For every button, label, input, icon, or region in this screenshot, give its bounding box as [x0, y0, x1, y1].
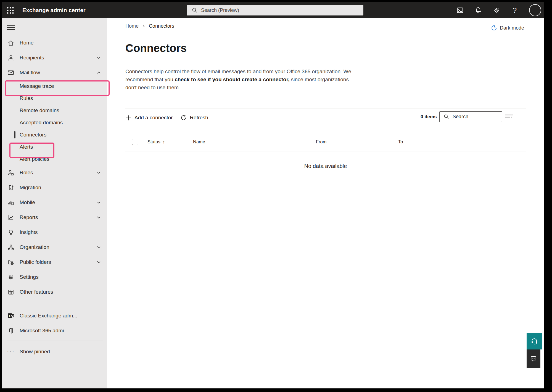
powershell-button[interactable] [456, 6, 464, 14]
sidebar-item-rules[interactable]: Rules [2, 92, 107, 104]
feedback-button[interactable] [527, 349, 540, 368]
sidebar-item-mail-flow[interactable]: Mail flow [2, 65, 107, 80]
search-icon [443, 114, 449, 120]
sidebar-item-label: Insights [20, 229, 38, 235]
sidebar-item-classic-exchange-admin[interactable]: E Classic Exchange adm... [2, 308, 107, 323]
sidebar-item-label: Recipients [20, 55, 44, 61]
breadcrumb-current: Connectors [149, 23, 174, 29]
list-search-box[interactable] [439, 111, 502, 122]
sidebar-item-message-trace[interactable]: Message trace [2, 80, 107, 92]
sidebar-item-public-folders[interactable]: Public folders [2, 255, 107, 270]
refresh-icon [180, 114, 187, 121]
sidebar-item-reports[interactable]: Reports [2, 210, 107, 225]
sidebar-item-other-features[interactable]: Other features [2, 285, 107, 299]
list-search-input[interactable] [453, 114, 494, 120]
chevron-up-icon [96, 70, 101, 75]
table-header-divider [125, 151, 526, 151]
sidebar-item-remote-domains[interactable]: Remote domains [2, 104, 107, 117]
line-chart-icon [7, 214, 14, 221]
help-support-button[interactable] [527, 333, 542, 349]
moon-icon [491, 25, 497, 31]
sidebar-item-home[interactable]: Home [2, 35, 107, 50]
ellipsis-icon: ··· [7, 348, 14, 355]
breadcrumb-home-link[interactable]: Home [125, 23, 139, 29]
sidebar-item-connectors[interactable]: Connectors [2, 129, 107, 141]
sidebar-item-migration[interactable]: Migration [2, 180, 107, 195]
sidebar-divider [7, 341, 103, 341]
app-launcher-button[interactable] [4, 4, 16, 16]
topbar-icon-group: ? [456, 2, 541, 18]
column-label: From [316, 139, 327, 144]
gear-icon [493, 7, 500, 14]
sidebar-item-mobile[interactable]: Mobile [2, 195, 107, 210]
sort-ascending-icon: ↑ [163, 140, 165, 144]
global-search-input[interactable] [201, 7, 350, 13]
notifications-button[interactable] [474, 6, 482, 14]
home-icon [7, 39, 14, 46]
column-label: Name [193, 139, 205, 144]
svg-text:E: E [9, 314, 11, 318]
page-description: Connectors help control the flow of emai… [125, 67, 360, 91]
left-navigation: Home Recipients Mail flow [2, 18, 107, 388]
sidebar-item-label: Message trace [20, 83, 54, 89]
sidebar-item-accepted-domains[interactable]: Accepted domains [2, 117, 107, 129]
sidebar-item-alerts[interactable]: Alerts [2, 141, 107, 153]
table-header-row: Status ↑ Name From To [125, 137, 526, 149]
chevron-down-icon [96, 215, 101, 220]
sidebar-item-label: Alerts [20, 144, 33, 150]
add-connector-button[interactable]: Add a connector [125, 115, 173, 121]
dark-mode-label: Dark mode [500, 25, 524, 31]
collapse-nav-button[interactable] [7, 22, 18, 33]
column-header-from[interactable]: From [316, 139, 327, 144]
mobile-stats-icon [7, 199, 14, 206]
exchange-logo-icon: E [7, 312, 14, 319]
sidebar-item-show-pinned[interactable]: ··· Show pinned [2, 344, 107, 359]
folder-globe-icon [7, 259, 14, 266]
sidebar-item-organization[interactable]: Organization [2, 240, 107, 255]
headset-icon [530, 337, 538, 345]
sidebar-item-label: Mail flow [20, 70, 40, 76]
exchange-admin-center-window: Exchange admin center [2, 2, 544, 388]
chevron-down-icon [96, 260, 101, 265]
bell-icon [475, 7, 482, 14]
filter-button[interactable] [505, 113, 514, 120]
sidebar-item-label: Other features [20, 289, 53, 295]
sidebar-item-insights[interactable]: Insights [2, 225, 107, 240]
column-label: To [398, 139, 403, 144]
sidebar-item-label: Show pinned [20, 349, 50, 355]
sidebar-item-roles[interactable]: Roles [2, 165, 107, 180]
items-count: 0 items [421, 112, 437, 122]
sidebar-item-label: Roles [20, 170, 33, 176]
sidebar-item-recipients[interactable]: Recipients [2, 50, 107, 65]
sidebar-item-label: Accepted domains [20, 120, 63, 126]
account-avatar[interactable] [529, 4, 541, 16]
search-icon [192, 7, 198, 13]
main-content: Home Connectors Dark mode Connectors Con… [107, 18, 544, 388]
global-search-box[interactable] [187, 5, 363, 15]
select-all-checkbox[interactable] [132, 139, 138, 145]
dark-mode-toggle[interactable]: Dark mode [491, 25, 524, 31]
column-header-to[interactable]: To [398, 139, 403, 144]
app-title: Exchange admin center [22, 7, 86, 14]
person-icon [7, 54, 14, 61]
sidebar-item-microsoft-365-admin[interactable]: Microsoft 365 admi... [2, 323, 107, 338]
sidebar-item-label: Settings [20, 274, 39, 280]
terminal-icon [456, 7, 464, 14]
sidebar-item-settings[interactable]: Settings [2, 270, 107, 285]
description-link[interactable]: check to see if you should create a conn… [175, 77, 289, 82]
chevron-down-icon [96, 200, 101, 205]
sidebar-item-alert-policies[interactable]: Alert policies [2, 153, 107, 165]
settings-button[interactable] [493, 6, 500, 14]
help-button[interactable]: ? [511, 6, 519, 14]
toolbar-divider [125, 109, 526, 109]
sidebar-item-label: Microsoft 365 admi... [20, 328, 68, 334]
breadcrumb-chevron-icon [142, 24, 146, 28]
column-header-name[interactable]: Name [193, 139, 205, 144]
chevron-down-icon [96, 170, 101, 175]
refresh-button[interactable]: Refresh [180, 114, 208, 121]
lightbulb-icon [7, 229, 14, 236]
sidebar-item-label: Public folders [20, 259, 51, 265]
hamburger-icon [7, 25, 15, 30]
column-header-status[interactable]: Status ↑ [147, 139, 165, 144]
column-label: Status [147, 139, 160, 144]
